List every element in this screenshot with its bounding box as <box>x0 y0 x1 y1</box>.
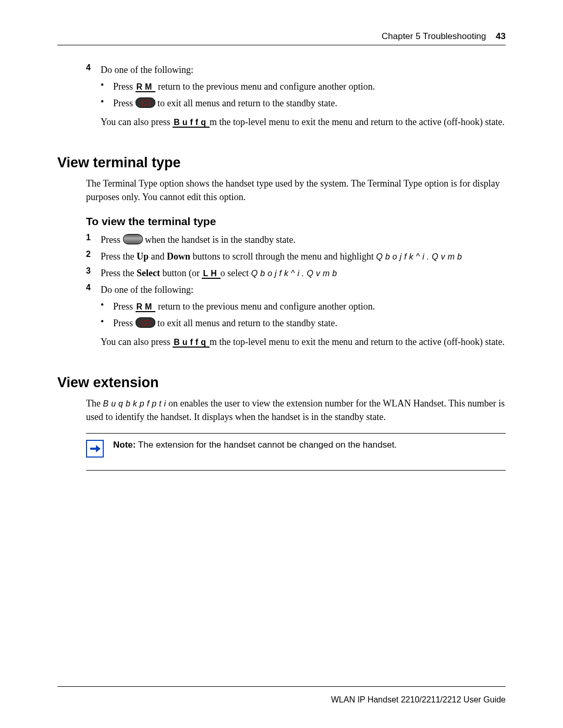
chapter-label: Chapter 5 Troubleshooting <box>382 31 486 41</box>
oval-button-icon <box>123 234 143 244</box>
step-text: Press the Select button (or LHo select Q… <box>101 266 506 280</box>
step: 2 Press the Up and Down buttons to scrol… <box>86 250 506 263</box>
document-page: Chapter 5 Troubleshooting 43 4 Do one of… <box>0 0 563 728</box>
subsection-heading: To view the terminal type <box>86 215 506 228</box>
step-number: 4 <box>86 283 101 297</box>
page-number: 43 <box>496 31 506 41</box>
softkey-label: Buffq <box>173 118 210 128</box>
bullet-item: • Press RM return to the previous menu a… <box>101 80 506 93</box>
page-header: Chapter 5 Troubleshooting 43 <box>57 31 506 45</box>
note-label: Note: <box>113 440 136 450</box>
arrow-right-icon <box>86 440 104 458</box>
body: 4 Do one of the following: • Press RM re… <box>57 45 506 471</box>
softkey-label: RM <box>136 82 156 92</box>
bullet-item: • Press to exit all menus and return to … <box>101 96 506 110</box>
note-block: Note: The extension for the handset cann… <box>86 433 506 471</box>
softkey-label: LH <box>202 269 220 279</box>
menu-option-label: Buqbkpfpti <box>103 399 168 408</box>
section-intro: The Buqbkpfption enables the user to vie… <box>86 397 506 423</box>
menu-option-label: Qbojfk^i.Qvmb <box>251 269 339 278</box>
step: 1 Press when the handset is in the stand… <box>86 233 506 246</box>
step-note: You can also press Buffqm the top-level … <box>101 115 506 129</box>
bullet-text: Press to exit all menus and return to th… <box>113 316 506 330</box>
bullet-marker: • <box>101 300 113 313</box>
bullet-marker: • <box>101 96 113 110</box>
step: 4 Do one of the following: <box>86 63 506 77</box>
page-footer: WLAN IP Handset 2210/2211/2212 User Guid… <box>57 686 506 705</box>
step-note: You can also press Buffqm the top-level … <box>101 335 506 349</box>
step-number: 1 <box>86 233 101 246</box>
softkey-label: RM <box>136 302 156 312</box>
step-text: Press when the handset is in the standby… <box>101 233 506 246</box>
bullet-item: • Press to exit all menus and return to … <box>101 316 506 330</box>
step: 4 Do one of the following: <box>86 283 506 297</box>
bullet-text: Press RM return to the previous menu and… <box>113 80 506 93</box>
step-text: Press the Up and Down buttons to scroll … <box>101 250 506 263</box>
step-number: 3 <box>86 266 101 280</box>
section-intro: The Terminal Type option shows the hands… <box>86 177 506 203</box>
section-heading: View extension <box>57 375 506 391</box>
step: 3 Press the Select button (or LHo select… <box>86 266 506 280</box>
softkey-label: Buffq <box>173 338 210 348</box>
bullet-marker: • <box>101 316 113 330</box>
step-number: 2 <box>86 250 101 263</box>
bullet-item: • Press RM return to the previous menu a… <box>101 300 506 313</box>
end-button-icon <box>136 97 155 108</box>
step-text: Do one of the following: <box>101 63 506 77</box>
step-text: Do one of the following: <box>101 283 506 297</box>
note-text: Note: The extension for the handset cann… <box>113 439 397 458</box>
section-heading: View terminal type <box>57 155 506 171</box>
bullet-marker: • <box>101 80 113 93</box>
end-button-icon <box>136 317 155 328</box>
step-number: 4 <box>86 63 101 77</box>
menu-option-label: Qbojfk^i.Qvmb <box>376 252 464 261</box>
bullet-text: Press RM return to the previous menu and… <box>113 300 506 313</box>
bullet-text: Press to exit all menus and return to th… <box>113 96 506 110</box>
